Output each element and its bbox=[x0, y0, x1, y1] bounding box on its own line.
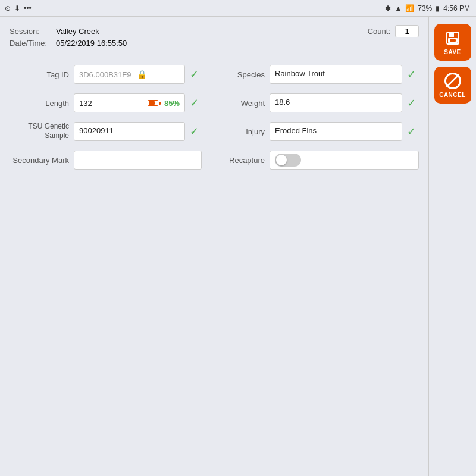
svg-rect-3 bbox=[450, 39, 456, 42]
recapture-row: Recapture bbox=[226, 146, 419, 174]
save-icon bbox=[444, 30, 461, 46]
injury-value: Eroded Fins bbox=[275, 126, 317, 135]
sidebar-buttons: SAVE CANCEL bbox=[428, 17, 476, 476]
session-row: Session: Valley Creek Count: 1 bbox=[10, 25, 419, 37]
cancel-icon bbox=[444, 73, 461, 89]
tsu-input[interactable]: 90020911 bbox=[74, 122, 185, 141]
weight-value: 18.6 bbox=[275, 98, 290, 107]
count-section: Count: 1 bbox=[368, 25, 419, 37]
species-input[interactable]: Rainbow Trout bbox=[270, 65, 402, 84]
secondary-mark-input[interactable] bbox=[74, 151, 202, 170]
datetime-label: Date/Time: bbox=[10, 39, 51, 48]
tag-id-input[interactable]: 3D6.000B31F9 🔒 bbox=[74, 65, 185, 84]
clock-icon: ⊙ bbox=[5, 4, 11, 12]
secondary-mark-row: Secondary Mark bbox=[10, 146, 202, 174]
weight-input[interactable]: 18.6 bbox=[270, 93, 402, 112]
species-label: Species bbox=[226, 70, 265, 79]
recapture-toggle-wrapper bbox=[270, 151, 419, 170]
length-check: ✓ bbox=[190, 96, 202, 109]
length-input[interactable]: 132 85% bbox=[74, 93, 185, 112]
tsu-check: ✓ bbox=[190, 125, 202, 138]
injury-input[interactable]: Eroded Fins bbox=[270, 122, 402, 141]
save-label: SAVE bbox=[444, 49, 461, 55]
cancel-label: CANCEL bbox=[439, 92, 466, 98]
injury-check: ✓ bbox=[407, 125, 419, 138]
right-column: Species Rainbow Trout ✓ Weight 18.6 ✓ bbox=[214, 60, 419, 174]
main-container: Session: Valley Creek Count: 1 Date/Time… bbox=[0, 17, 476, 476]
more-icon: ••• bbox=[24, 4, 32, 12]
signal-icon: ▲ bbox=[394, 4, 402, 12]
cancel-button[interactable]: CANCEL bbox=[434, 67, 471, 104]
status-right: ✱ ▲ 📶 73% ▮ 4:56 PM bbox=[385, 4, 470, 12]
tag-id-value: 3D6.000B31F9 bbox=[79, 70, 131, 79]
length-row: Length 132 85% ✓ bbox=[10, 89, 202, 117]
battery-icon: ▮ bbox=[436, 4, 440, 12]
svg-rect-1 bbox=[449, 32, 454, 37]
count-label: Count: bbox=[368, 27, 390, 36]
battery-percent: 73% bbox=[418, 4, 432, 12]
session-value: Valley Creek bbox=[56, 27, 99, 36]
datetime-value: 05/22/2019 16:55:50 bbox=[56, 39, 127, 48]
weight-label: Weight bbox=[226, 99, 265, 108]
save-button[interactable]: SAVE bbox=[434, 24, 471, 61]
battery-level-icon bbox=[148, 100, 161, 106]
toggle-knob bbox=[276, 155, 287, 165]
status-bar: ⊙ ⬇ ••• ✱ ▲ 📶 73% ▮ 4:56 PM bbox=[0, 0, 476, 17]
tsu-value: 90020911 bbox=[79, 126, 114, 135]
status-left: ⊙ ⬇ ••• bbox=[5, 4, 32, 12]
lock-icon: 🔒 bbox=[137, 70, 147, 79]
species-row: Species Rainbow Trout ✓ bbox=[226, 60, 419, 89]
fields-grid: Tag ID 3D6.000B31F9 🔒 ✓ Length 132 bbox=[10, 60, 419, 174]
tag-id-label: Tag ID bbox=[10, 70, 69, 79]
tag-id-check: ✓ bbox=[190, 68, 202, 81]
wifi-icon: 📶 bbox=[405, 4, 414, 12]
session-info: Session: Valley Creek Count: 1 Date/Time… bbox=[10, 25, 419, 54]
injury-row: Injury Eroded Fins ✓ bbox=[226, 117, 419, 146]
session-label: Session: bbox=[10, 27, 51, 36]
battery-percentage: 85% bbox=[164, 99, 180, 108]
download-icon: ⬇ bbox=[14, 4, 20, 12]
count-value[interactable]: 1 bbox=[395, 25, 419, 37]
length-label: Length bbox=[10, 99, 69, 108]
left-column: Tag ID 3D6.000B31F9 🔒 ✓ Length 132 bbox=[10, 60, 214, 174]
weight-row: Weight 18.6 ✓ bbox=[226, 89, 419, 117]
recapture-label: Recapture bbox=[226, 156, 265, 165]
tsu-row: TSU Genetic Sample 90020911 ✓ bbox=[10, 117, 202, 146]
length-value: 132 bbox=[79, 99, 144, 108]
tag-id-row: Tag ID 3D6.000B31F9 🔒 ✓ bbox=[10, 60, 202, 89]
secondary-mark-label: Secondary Mark bbox=[10, 156, 69, 165]
species-value: Rainbow Trout bbox=[275, 69, 325, 78]
species-check: ✓ bbox=[407, 68, 419, 81]
form-area: Session: Valley Creek Count: 1 Date/Time… bbox=[0, 17, 428, 476]
weight-check: ✓ bbox=[407, 96, 419, 109]
injury-label: Injury bbox=[226, 127, 265, 136]
tsu-label: TSU Genetic Sample bbox=[10, 122, 69, 140]
datetime-row: Date/Time: 05/22/2019 16:55:50 bbox=[10, 39, 419, 48]
time-display: 4:56 PM bbox=[443, 4, 470, 12]
recapture-toggle[interactable] bbox=[275, 154, 301, 167]
bluetooth-icon: ✱ bbox=[385, 4, 391, 12]
